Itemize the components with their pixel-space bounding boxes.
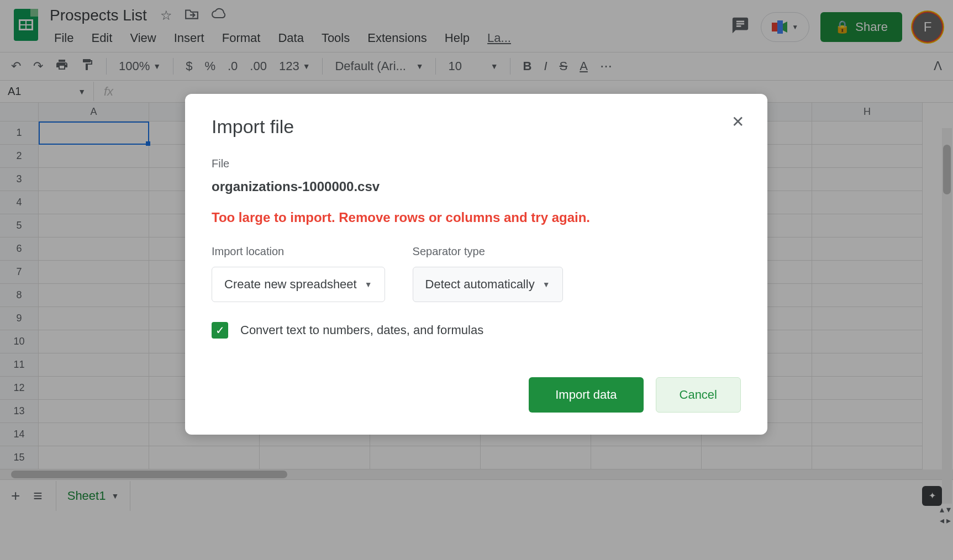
file-name: organizations-1000000.csv — [212, 179, 741, 194]
import-location-dropdown[interactable]: Create new spreadsheet ▼ — [212, 267, 385, 302]
cancel-button[interactable]: Cancel — [656, 377, 741, 413]
import-data-button[interactable]: Import data — [529, 377, 643, 413]
file-label: File — [212, 157, 741, 170]
import-location-label: Import location — [212, 245, 385, 258]
chevron-down-icon: ▼ — [543, 280, 550, 289]
separator-value: Detect automatically — [425, 277, 535, 292]
close-button[interactable]: ✕ — [731, 113, 744, 131]
close-icon: ✕ — [731, 113, 744, 130]
convert-checkbox[interactable]: ✓ — [212, 322, 228, 339]
separator-dropdown[interactable]: Detect automatically ▼ — [413, 267, 563, 302]
separator-label: Separator type — [413, 245, 563, 258]
chevron-down-icon: ▼ — [365, 280, 372, 289]
error-message: Too large to import. Remove rows or colu… — [212, 210, 741, 225]
check-icon: ✓ — [215, 324, 225, 337]
convert-label: Convert text to numbers, dates, and form… — [240, 323, 483, 337]
dialog-title: Import file — [212, 116, 741, 138]
import-location-value: Create new spreadsheet — [224, 277, 357, 292]
import-file-dialog: Import file ✕ File organizations-1000000… — [185, 94, 767, 435]
